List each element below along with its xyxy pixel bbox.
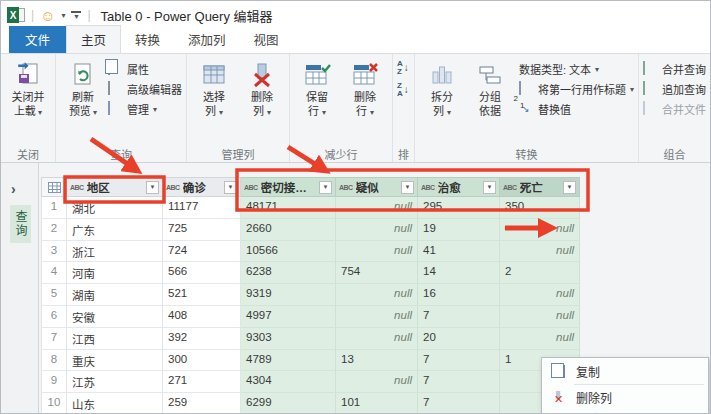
table-cell[interactable]: 7 (418, 306, 500, 328)
table-cell[interactable]: null (336, 371, 418, 393)
table-cell[interactable]: 广东 (67, 219, 163, 241)
manage-button[interactable]: 管理 (108, 101, 182, 117)
table-cell[interactable]: null (336, 328, 418, 350)
combine-files-button[interactable]: 合并文件 (643, 101, 706, 117)
table-cell[interactable]: null (500, 284, 580, 306)
filter-dropdown-button[interactable]: ▼ (146, 181, 159, 194)
tab-transform[interactable]: 转换 (121, 26, 174, 53)
table-cell[interactable]: 湖北 (67, 197, 163, 219)
keep-rows-button[interactable]: 保留 行 (294, 57, 340, 119)
table-cell[interactable]: null (500, 219, 580, 241)
menu-item-copy[interactable]: 复制 (542, 361, 708, 382)
table-cell[interactable]: 2660 (241, 219, 336, 241)
group-by-button[interactable]: 分组 依据 (467, 57, 513, 119)
table-cell[interactable]: 724 (163, 241, 241, 263)
table-cell[interactable]: 566 (163, 262, 241, 284)
row-number[interactable]: 5 (41, 284, 67, 306)
filter-dropdown-button[interactable]: ▼ (401, 181, 414, 194)
replace-values-button[interactable]: 1↘2 替换值 (519, 101, 634, 117)
table-cell[interactable]: null (336, 219, 418, 241)
table-cell[interactable]: 4997 (241, 306, 336, 328)
filter-dropdown-button[interactable]: ▼ (563, 181, 576, 194)
properties-button[interactable]: 属性 (108, 61, 182, 77)
choose-columns-button[interactable]: 选择 列 (191, 57, 237, 119)
remove-columns-button[interactable]: 删除 列 (239, 57, 285, 119)
row-number[interactable]: 9 (41, 371, 67, 393)
table-cell[interactable]: 江苏 (67, 371, 163, 393)
filter-dropdown-button[interactable]: ▼ (224, 181, 237, 194)
table-cell[interactable]: 浙江 (67, 241, 163, 263)
close-and-load-button[interactable]: 关闭并 上载 (5, 57, 51, 119)
table-cell[interactable]: 14 (418, 262, 500, 284)
table-cell[interactable]: 河南 (67, 262, 163, 284)
filter-dropdown-button[interactable]: ▼ (483, 181, 496, 194)
column-header-cured[interactable]: ABC 治愈 ▼ (418, 177, 500, 197)
table-cell[interactable]: 安徽 (67, 306, 163, 328)
table-cell[interactable]: 2 (500, 262, 580, 284)
column-header-region[interactable]: ABC 地区 ▼ (67, 177, 163, 197)
table-cell[interactable]: 295 (418, 197, 500, 219)
smiley-dropdown-caret-icon[interactable]: ▾ (61, 11, 65, 20)
sort-descending-button[interactable]: ZA ↓ (397, 82, 409, 98)
table-cell[interactable]: 11177 (163, 197, 241, 219)
table-cell[interactable]: 48171 (241, 197, 336, 219)
table-cell[interactable]: 9303 (241, 328, 336, 350)
tab-add-column[interactable]: 添加列 (174, 26, 240, 53)
table-cell[interactable]: 7 (418, 371, 500, 393)
queries-pane-label[interactable]: 查询 (10, 205, 31, 243)
tab-view[interactable]: 视图 (240, 26, 293, 53)
table-cell[interactable]: null (500, 306, 580, 328)
tab-home[interactable]: 主页 (66, 25, 121, 53)
table-cell[interactable]: 725 (163, 219, 241, 241)
row-number[interactable]: 4 (41, 262, 67, 284)
select-all-corner-button[interactable] (41, 177, 67, 197)
table-cell[interactable]: 7 (418, 393, 500, 414)
feedback-smiley-icon[interactable]: ☺ (40, 8, 55, 23)
table-cell[interactable]: null (336, 241, 418, 263)
table-cell[interactable]: 19 (418, 219, 500, 241)
table-cell[interactable]: 9319 (241, 284, 336, 306)
menu-item-delete-columns[interactable]: 删除列 (542, 387, 708, 408)
column-header-confirmed[interactable]: ABC 确诊 ▼ (163, 177, 241, 197)
row-number[interactable]: 7 (41, 328, 67, 350)
table-cell[interactable]: 6299 (241, 393, 336, 414)
row-number[interactable]: 1 (41, 197, 67, 219)
advanced-editor-button[interactable]: 高级编辑器 (108, 81, 182, 97)
column-header-deaths[interactable]: ABC 死亡 ▼ (500, 177, 580, 197)
tab-file[interactable]: 文件 (9, 26, 66, 53)
table-cell[interactable]: 20 (418, 328, 500, 350)
merge-queries-button[interactable]: 合并查询 (643, 61, 706, 77)
table-cell[interactable]: 408 (163, 306, 241, 328)
quick-access-toolbar-icon[interactable]: ▼ (71, 11, 81, 20)
table-cell[interactable]: 10566 (241, 241, 336, 263)
table-cell[interactable]: 4304 (241, 371, 336, 393)
row-number[interactable]: 10 (41, 393, 67, 414)
table-cell[interactable]: 4789 (241, 350, 336, 372)
remove-rows-button[interactable]: 删除 行 (342, 57, 388, 119)
table-cell[interactable]: null (500, 241, 580, 263)
sort-ascending-button[interactable]: AZ ↓ (397, 60, 409, 76)
table-cell[interactable]: 754 (336, 262, 418, 284)
table-cell[interactable]: 7 (418, 350, 500, 372)
row-number[interactable]: 3 (41, 241, 67, 263)
expand-queries-pane-button[interactable]: › (11, 181, 16, 197)
table-cell[interactable]: null (336, 306, 418, 328)
column-header-suspected[interactable]: ABC 疑似 ▼ (336, 177, 418, 197)
table-cell[interactable]: 101 (336, 393, 418, 414)
table-cell[interactable]: null (336, 284, 418, 306)
data-type-button[interactable]: 数据类型: 文本 (519, 61, 634, 77)
table-cell[interactable]: 259 (163, 393, 241, 414)
table-cell[interactable]: 16 (418, 284, 500, 306)
row-number[interactable]: 8 (41, 350, 67, 372)
column-header-close-contacts[interactable]: ABC 密切接… ▼ (241, 177, 336, 197)
table-cell[interactable]: null (336, 197, 418, 219)
row-number[interactable]: 2 (41, 219, 67, 241)
refresh-preview-button[interactable]: 刷新 预览 (60, 57, 106, 119)
table-cell[interactable]: 521 (163, 284, 241, 306)
table-cell[interactable]: 江西 (67, 328, 163, 350)
table-cell[interactable]: 392 (163, 328, 241, 350)
table-cell[interactable]: null (500, 328, 580, 350)
split-column-button[interactable]: 拆分 列 (419, 57, 465, 119)
row-number[interactable]: 6 (41, 306, 67, 328)
table-cell[interactable]: 13 (336, 350, 418, 372)
